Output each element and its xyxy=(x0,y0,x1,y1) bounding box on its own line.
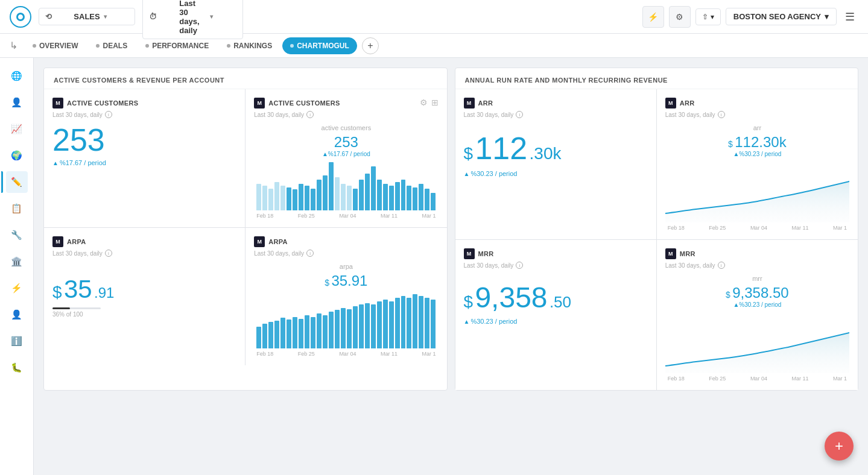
bar xyxy=(262,324,267,348)
arpa-chart-dates: Feb 18 Feb 25 Mar 04 Mar 11 Mar 1 xyxy=(254,348,438,357)
bar xyxy=(407,186,411,210)
mrr-chart-icon: M xyxy=(665,248,676,259)
bar xyxy=(425,298,429,348)
arpa-chart-currency: $ xyxy=(325,278,329,288)
company-dropdown[interactable]: BOSTON SEO AGENCY ▾ xyxy=(726,8,837,25)
sidebar-item-globe[interactable]: 🌐 xyxy=(6,65,28,87)
sales-dropdown[interactable]: ⟲ SALES ▾ xyxy=(39,8,135,25)
tab-overview[interactable]: OVERVIEW xyxy=(25,37,86,54)
card-tools: ⚙ ⊞ xyxy=(420,98,439,107)
card-title-row4: M ARPA xyxy=(254,236,438,247)
arpa-decimal: .91 xyxy=(94,285,114,301)
bar xyxy=(274,321,279,348)
mrr-chart-num: 9,358.50 xyxy=(732,285,788,301)
progress-track xyxy=(52,307,101,309)
card-icon3: M xyxy=(52,236,63,247)
bar xyxy=(311,317,315,348)
sidebar-item-pencil[interactable]: ✏️ xyxy=(6,171,28,193)
date-range-label: Last 30 days, daily xyxy=(179,0,206,35)
arpa-chart-label: arpa xyxy=(254,263,438,270)
add-tab-button[interactable]: + xyxy=(362,37,379,54)
bar xyxy=(407,298,411,348)
sidebar-item-bug[interactable]: 🐛 xyxy=(6,357,28,379)
mrr-title-row: M MRR xyxy=(464,248,648,259)
sales-label: SALES xyxy=(74,12,100,21)
tab-dot-icon xyxy=(145,44,149,48)
sidebar: 🌐 👤 📈 🌍 ✏️ 📋 🔧 🏛️ ⚡ 👤 ℹ️ 🐛 xyxy=(0,58,34,475)
bar xyxy=(293,317,297,348)
bar xyxy=(323,175,328,210)
bar xyxy=(431,193,436,210)
arr-chart-change: ▲%30.23 / period xyxy=(665,151,849,157)
card-icon4: M xyxy=(254,236,265,247)
right-panel-title: ANNUAL RUN RATE AND MONTHLY RECURRING RE… xyxy=(455,68,858,89)
tab-rankings[interactable]: RANKINGS xyxy=(219,37,280,54)
sidebar-item-info[interactable]: ℹ️ xyxy=(6,330,28,352)
company-chevron-icon: ▾ xyxy=(825,12,829,21)
mrr-chart-label: mrr xyxy=(665,275,849,282)
left-panel-title: ACTIVE CUSTOMERS & REVENUE PER ACCOUNT xyxy=(44,68,447,89)
bar xyxy=(419,296,423,348)
sidebar-item-person[interactable]: 👤 xyxy=(6,304,28,326)
mrr-line-chart xyxy=(665,313,849,373)
bar xyxy=(287,319,291,348)
sidebar-item-clipboard[interactable]: 📋 xyxy=(6,198,28,219)
card-arr-chart: M ARR Last 30 days, daily i arr $ 112.30… xyxy=(657,89,858,239)
sidebar-item-globe2[interactable]: 🌍 xyxy=(6,145,28,166)
bar xyxy=(262,186,267,210)
chevron-down-icon: ▾ xyxy=(104,13,128,20)
sidebar-item-wrench[interactable]: 🔧 xyxy=(6,224,28,246)
tab-performance[interactable]: PERFORMANCE xyxy=(138,37,217,54)
mrr-chart-title-row: M MRR xyxy=(665,248,849,259)
bar xyxy=(299,184,303,210)
tab-overview-label: OVERVIEW xyxy=(39,42,78,50)
arr-main: 112 xyxy=(475,131,527,166)
bar xyxy=(359,180,364,210)
card-title-row3: M ARPA xyxy=(52,236,236,247)
bar xyxy=(341,308,346,348)
card-arpa-chart-title: ARPA xyxy=(268,238,288,245)
date-range-dropdown[interactable]: ⏱ Last 30 days, daily ▾ xyxy=(142,0,243,39)
card-icon2: M xyxy=(254,98,265,109)
tab-deals[interactable]: DEALS xyxy=(88,37,135,54)
lightning-button[interactable]: ⚡ xyxy=(642,6,664,28)
right-panel: ANNUAL RUN RATE AND MONTHLY RECURRING RE… xyxy=(455,68,859,391)
arpa-value-row: $ 35 .91 xyxy=(52,275,236,304)
left-panel: ACTIVE CUSTOMERS & REVENUE PER ACCOUNT M… xyxy=(43,68,448,391)
settings-button[interactable]: ⚙ xyxy=(669,6,691,28)
sales-icon: ⟲ xyxy=(45,12,70,21)
tab-dot-icon-active xyxy=(290,44,294,48)
bar xyxy=(317,313,322,348)
mrr-icon: M xyxy=(464,248,475,259)
bar xyxy=(395,182,400,210)
card-mrr-big: M MRR Last 30 days, daily i $ 9,358 .50 xyxy=(455,240,656,390)
expand-tool-icon[interactable]: ⊞ xyxy=(431,98,439,107)
arr-chart-dates: Feb 18 Feb 25 Mar 04 Mar 11 Mar 1 xyxy=(665,222,849,231)
settings-tool-icon[interactable]: ⚙ xyxy=(420,98,428,107)
sidebar-item-people[interactable]: 👤 xyxy=(6,92,28,113)
tab-chartmogul[interactable]: CHARTMOGUL xyxy=(282,37,357,54)
tab-chartmogul-label: CHARTMOGUL xyxy=(297,42,349,50)
sidebar-item-chart[interactable]: 📈 xyxy=(6,118,28,140)
arr-icon: M xyxy=(464,98,475,109)
fab-button[interactable]: + xyxy=(825,432,854,461)
sidebar-item-flash[interactable]: ⚡ xyxy=(6,277,28,299)
progress-label: 36% of 100 xyxy=(52,311,236,318)
card-arpa-big: M ARPA Last 30 days, daily i $ 35 .91 xyxy=(44,228,245,365)
mrr-currency: $ xyxy=(464,292,474,311)
menu-button[interactable]: ☰ xyxy=(841,10,858,24)
share-chevron-icon: ▾ xyxy=(711,13,714,21)
bar xyxy=(353,306,358,348)
chart-value-num: 253 xyxy=(334,134,358,150)
arpa-main: 35 xyxy=(64,275,92,303)
arr-chart-title: ARR xyxy=(680,99,695,107)
bar-chart-ac xyxy=(254,162,438,210)
arr-chart-info-icon: i xyxy=(718,111,725,118)
share-button[interactable]: ⇧ ▾ xyxy=(695,8,721,25)
mrr-chart-change: ▲%30.23 / period xyxy=(665,301,849,308)
sidebar-item-building[interactable]: 🏛️ xyxy=(6,251,28,272)
bar xyxy=(287,187,291,210)
card-title-row: M ACTIVE CUSTOMERS xyxy=(52,98,236,109)
bar xyxy=(329,162,334,210)
arr-title-row: M ARR xyxy=(464,98,648,109)
